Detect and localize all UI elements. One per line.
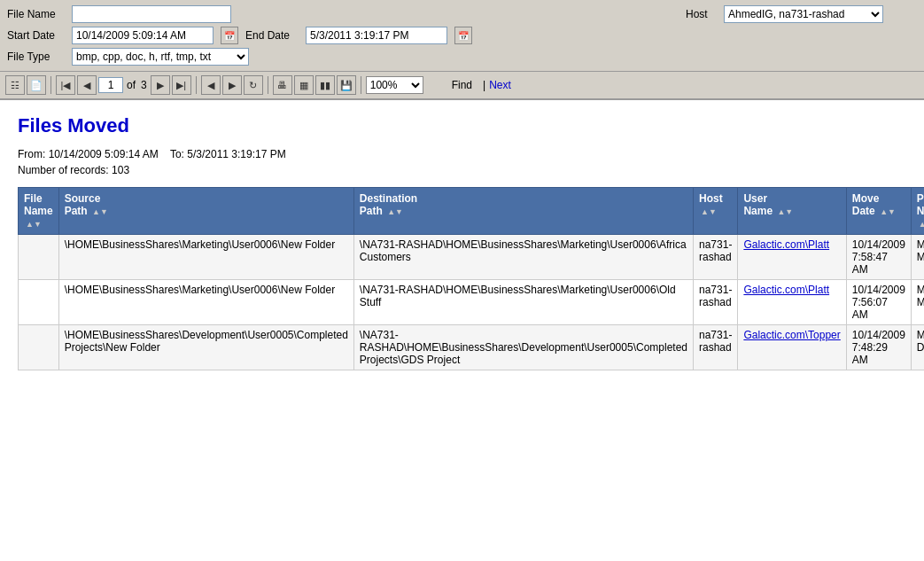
cell-source-path: \HOME\BusinessShares\Development\User000… <box>58 325 353 370</box>
cell-dest-path: \NA731-RASHAD\HOME\BusinessShares\Market… <box>353 280 693 325</box>
zoom-select[interactable]: 100% <box>366 76 423 94</box>
records-label: Number of records: <box>18 164 109 176</box>
th-user-name[interactable]: UserName ▲▼ <box>738 188 846 235</box>
record-count-line: Number of records: 103 <box>18 164 906 176</box>
cell-move-date: 10/14/2009 7:58:47 AM <box>846 235 911 280</box>
pipe-separator: | <box>483 79 485 91</box>
total-pages: 3 <box>141 79 147 91</box>
end-date-calendar-button[interactable]: 📅 <box>454 27 472 44</box>
cell-user-name[interactable]: Galactic.com\Platt <box>738 280 846 325</box>
next-page-button[interactable]: ▶ <box>151 75 170 95</box>
cell-file-name <box>19 235 59 280</box>
files-moved-table: FileName ▲▼ SourcePath ▲▼ DestinationPat… <box>18 187 924 370</box>
start-date-calendar-button[interactable]: 📅 <box>221 27 238 44</box>
file-name-label: File Name <box>7 8 65 20</box>
report-date-range: From: 10/14/2009 5:09:14 AM To: 5/3/2011… <box>18 148 906 160</box>
cell-host: na731-rashad <box>694 325 738 370</box>
toolbar-page-btn[interactable]: 📄 <box>27 75 46 95</box>
cell-dest-path: \NA731-RASHAD\HOME\BusinessShares\Develo… <box>353 325 693 370</box>
cell-policy-name: MKT POL Dev <box>911 325 924 370</box>
next-link[interactable]: Next <box>489 79 511 91</box>
th-host[interactable]: Host ▲▼ <box>694 188 738 235</box>
th-move-date[interactable]: MoveDate ▲▼ <box>846 188 911 235</box>
toolbar-grid-btn[interactable]: ☷ <box>5 75 25 95</box>
cell-dest-path: \NA731-RASHAD\HOME\BusinessShares\Market… <box>353 235 693 280</box>
from-label: From: <box>18 148 45 160</box>
file-type-select[interactable]: bmp, cpp, doc, h, rtf, tmp, txt <box>72 48 249 66</box>
filter-row-1: File Name Host AhmedIG, na731-rashad <box>7 5 917 23</box>
cell-user-name[interactable]: Galactic.com\Platt <box>738 235 846 280</box>
copy-button[interactable]: ▦ <box>294 75 314 95</box>
table-header-row: FileName ▲▼ SourcePath ▲▼ DestinationPat… <box>19 188 925 235</box>
cell-file-name <box>19 325 59 370</box>
cell-host: na731-rashad <box>694 235 738 280</box>
first-page-button[interactable]: |◀ <box>56 75 75 95</box>
cell-policy-name: MKT POL Marketing <box>911 235 924 280</box>
layout-button[interactable]: ▮▮ <box>315 75 335 95</box>
find-text: Find <box>452 79 472 91</box>
filter-bar: File Name Host AhmedIG, na731-rashad Sta… <box>0 0 924 72</box>
cell-user-name[interactable]: Galactic.com\Topper <box>738 325 846 370</box>
prev-page-button[interactable]: ◀ <box>77 75 97 95</box>
start-date-input[interactable] <box>72 27 214 44</box>
to-date: 5/3/2011 3:19:17 PM <box>187 148 285 160</box>
end-date-input[interactable] <box>306 27 447 44</box>
toolbar: ☷ 📄 |◀ ◀ of 3 ▶ ▶| ◀ ▶ ↻ 🖶 ▦ ▮▮ 💾 100% F… <box>0 72 924 100</box>
end-date-label: End Date <box>245 29 299 42</box>
th-policy-name[interactable]: PolicyName ▲▼ <box>911 188 924 235</box>
th-file-name[interactable]: FileName ▲▼ <box>19 188 59 235</box>
back-button[interactable]: ◀ <box>201 75 221 95</box>
report-content: Files Moved From: 10/14/2009 5:09:14 AM … <box>0 100 924 561</box>
report-title: Files Moved <box>18 114 906 137</box>
save-button[interactable]: 💾 <box>337 75 356 95</box>
cell-move-date: 10/14/2009 7:48:29 AM <box>846 325 911 370</box>
toolbar-sep-1 <box>50 76 51 94</box>
toolbar-sep-2 <box>196 76 197 94</box>
filter-row-2: Start Date 📅 End Date 📅 <box>7 27 917 44</box>
record-count: 103 <box>112 164 129 176</box>
table-row: \HOME\BusinessShares\Marketing\User0006\… <box>19 280 925 325</box>
cell-policy-name: MKT POL Marketing <box>911 280 924 325</box>
print-button[interactable]: 🖶 <box>273 75 292 95</box>
th-source-path[interactable]: SourcePath ▲▼ <box>58 188 353 235</box>
table-row: \HOME\BusinessShares\Development\User000… <box>19 325 925 370</box>
from-date: 10/14/2009 5:09:14 AM <box>49 148 159 160</box>
toolbar-sep-3 <box>268 76 268 94</box>
cell-source-path: \HOME\BusinessShares\Marketing\User0006\… <box>58 235 353 280</box>
forward-button[interactable]: ▶ <box>222 75 242 95</box>
start-date-label: Start Date <box>7 29 65 42</box>
host-select[interactable]: AhmedIG, na731-rashad <box>724 5 883 23</box>
toolbar-sep-4 <box>361 76 361 94</box>
file-type-label: File Type <box>7 51 65 63</box>
file-name-input[interactable] <box>72 5 231 23</box>
th-destination-path[interactable]: DestinationPath ▲▼ <box>353 188 693 235</box>
last-page-button[interactable]: ▶| <box>172 75 191 95</box>
cell-file-name <box>19 280 59 325</box>
table-row: \HOME\BusinessShares\Marketing\User0006\… <box>19 235 925 280</box>
page-number-input[interactable] <box>98 77 123 93</box>
host-label: Host <box>686 8 717 20</box>
to-label: To: <box>170 148 184 160</box>
cell-move-date: 10/14/2009 7:56:07 AM <box>846 280 911 325</box>
filter-row-3: File Type bmp, cpp, doc, h, rtf, tmp, tx… <box>7 48 917 66</box>
refresh-button[interactable]: ↻ <box>244 75 263 95</box>
of-text: of <box>127 79 136 91</box>
cell-source-path: \HOME\BusinessShares\Marketing\User0006\… <box>58 280 353 325</box>
cell-host: na731-rashad <box>694 280 738 325</box>
